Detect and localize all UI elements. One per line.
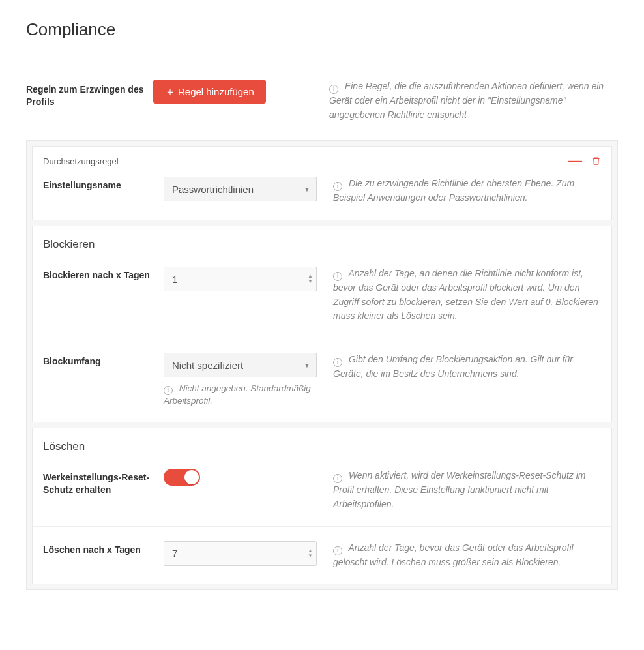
block-after-days-field[interactable] (164, 267, 317, 291)
collapse-button[interactable]: — (568, 156, 582, 166)
info-icon (333, 272, 342, 281)
info-icon (333, 182, 342, 191)
rule-panel: Durchsetzungsregel — Einstellungsname Pa… (26, 140, 618, 590)
frp-label: Werkeinstellungs-Reset-Schutz erhalten (43, 469, 164, 496)
wipe-after-days-field[interactable] (164, 541, 317, 566)
setting-name-label: Einstellungsname (43, 177, 164, 192)
wipe-after-days-input[interactable]: ▲ ▼ (164, 541, 317, 566)
divider (26, 66, 618, 66)
block-after-days-label: Blockieren nach x Tagen (43, 267, 164, 282)
block-scope-help: Gibt den Umfang der Blockierungsaktion a… (333, 353, 601, 381)
toggle-knob (184, 470, 199, 484)
rule-card-setting: Durchsetzungsregel — Einstellungsname Pa… (32, 146, 612, 220)
profile-enforce-label: Regeln zum Erzwingen des Profils (26, 80, 153, 108)
page-title: Compliance (26, 20, 618, 52)
wipe-after-days-help: Anzahl der Tage, bevor das Gerät oder da… (333, 541, 601, 570)
trash-icon (591, 156, 601, 166)
add-rule-button[interactable]: ＋ Regel hinzufügen (153, 80, 266, 104)
profile-enforce-row: Regeln zum Erzwingen des Profils ＋ Regel… (26, 80, 618, 122)
wipe-after-days-label: Löschen nach x Tagen (43, 541, 164, 556)
rule-card-block: Blockieren Blockieren nach x Tagen ▲ ▼ A… (32, 226, 612, 422)
plus-icon: ＋ (165, 87, 175, 97)
stepper-down-icon[interactable]: ▼ (308, 554, 313, 559)
block-after-days-help: Anzahl der Tage, an denen die Richtlinie… (333, 267, 601, 323)
block-after-days-input[interactable]: ▲ ▼ (164, 267, 317, 291)
info-icon (333, 358, 342, 367)
setting-name-select[interactable]: Passwortrichtlinien ▼ (164, 177, 317, 201)
info-icon (333, 546, 342, 555)
wipe-section-title: Löschen (33, 428, 611, 461)
block-scope-select[interactable]: Nicht spezifiziert ▼ (164, 353, 317, 377)
rule-card-wipe: Löschen Werkeinstellungs-Reset-Schutz er… (32, 428, 612, 584)
info-icon (333, 474, 342, 483)
block-scope-subhelp: Nicht angegeben. Standardmäßig Arbeitspr… (164, 383, 320, 407)
delete-rule-button[interactable] (591, 156, 601, 166)
rule-header-title: Durchsetzungsregel (43, 156, 119, 166)
frp-toggle[interactable] (164, 469, 200, 486)
stepper-down-icon[interactable]: ▼ (308, 279, 313, 284)
block-section-title: Blockieren (33, 226, 611, 259)
add-rule-label: Regel hinzufügen (178, 86, 254, 97)
block-scope-label: Blockumfang (43, 353, 164, 368)
profile-enforce-help: Eine Regel, die die auszuführenden Aktio… (329, 80, 618, 122)
setting-name-help: Die zu erzwingende Richtlinie der oberst… (333, 177, 601, 205)
frp-help: Wenn aktiviert, wird der Werkeinstellung… (333, 469, 601, 511)
info-icon (329, 85, 338, 94)
info-icon (164, 386, 173, 395)
